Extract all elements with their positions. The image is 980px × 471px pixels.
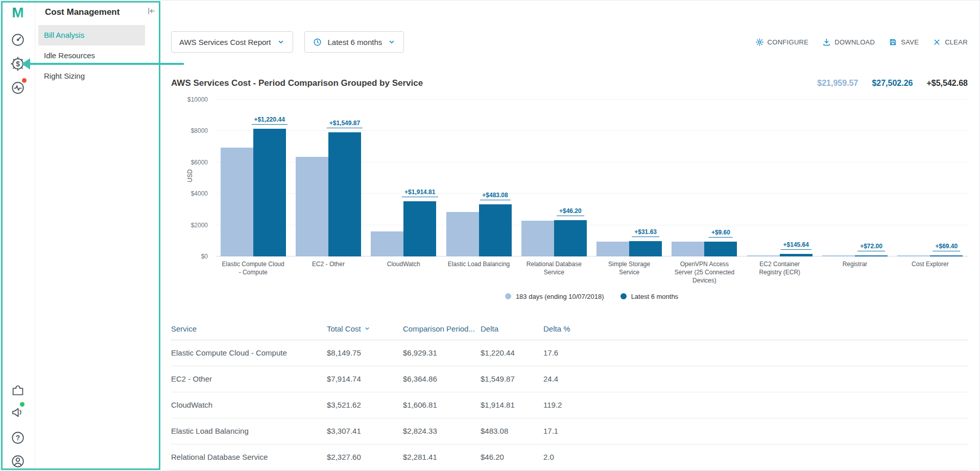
bar-previous-period[interactable] <box>221 148 253 256</box>
floppy-save-icon <box>889 38 897 46</box>
bar-current-period[interactable] <box>479 204 512 256</box>
report-dropdown-value: AWS Services Cost Report <box>179 38 271 46</box>
bar-previous-period[interactable] <box>822 255 855 256</box>
column-header-delta-percent[interactable]: Delta % <box>543 324 968 333</box>
bar-group: +$1,549.87 <box>291 100 366 256</box>
legend-item[interactable]: 183 days (ending 10/07/2018) <box>505 293 604 300</box>
table-cell: $1,606.81 <box>403 401 481 409</box>
table-cell: EC2 - Other <box>171 374 327 383</box>
period-dropdown[interactable]: Latest 6 months <box>304 31 404 53</box>
table-cell: $7,914.74 <box>327 374 403 383</box>
bar-previous-period[interactable] <box>446 212 479 256</box>
previous-period-total: $21,959.57 <box>817 79 858 88</box>
delta-label: +$9.60 <box>709 229 733 238</box>
table-cell: $3,521.62 <box>327 401 403 409</box>
save-label: SAVE <box>901 38 919 46</box>
report-toolbar: AWS Services Cost Report Latest 6 months… <box>171 31 968 53</box>
bar-group: +$145.64 <box>742 100 817 256</box>
help-icon[interactable]: ? <box>9 429 27 446</box>
bar-current-period[interactable] <box>554 220 587 256</box>
bar-current-period[interactable] <box>328 132 361 256</box>
notification-badge-green <box>20 402 25 407</box>
y-tick-label: $0 <box>201 253 208 260</box>
bar-previous-period[interactable] <box>747 255 780 256</box>
table-row[interactable]: Relational Database Service$2,327.60$2,2… <box>171 444 968 470</box>
legend-dot-icon <box>505 293 511 299</box>
gear-icon <box>755 38 764 46</box>
user-account-icon[interactable] <box>9 453 27 470</box>
bar-previous-period[interactable] <box>897 255 930 256</box>
bar-previous-period[interactable] <box>371 231 403 256</box>
sort-desc-chevron-icon <box>364 325 371 332</box>
delta-label: +$46.20 <box>557 207 584 216</box>
bar-current-period[interactable] <box>403 201 436 256</box>
column-header-label: Service <box>171 324 197 333</box>
delta-label: +$72.00 <box>857 243 885 251</box>
app-window: M $ ? <box>0 0 980 471</box>
app-logo[interactable]: M <box>1 5 35 23</box>
configure-button[interactable]: CONFIGURE <box>755 38 809 46</box>
y-tick-label: $4000 <box>191 190 208 197</box>
announcements-megaphone-icon[interactable] <box>9 404 27 421</box>
panel-header: Cost Management <box>35 1 160 25</box>
bar-previous-period[interactable] <box>596 242 629 256</box>
plot-area: +$1,220.44+$1,549.87+$1,914.81+$483.08+$… <box>216 100 968 256</box>
y-axis: $0$2000$4000$6000$8000$10000 <box>171 100 212 256</box>
legend-label: 183 days (ending 10/07/2018) <box>516 293 604 300</box>
table-row[interactable]: Elastic Compute Cloud - Compute$8,149.75… <box>171 340 968 366</box>
bar-group: +$72.00 <box>817 100 892 256</box>
bar-current-period[interactable] <box>629 241 662 256</box>
period-dropdown-value: Latest 6 months <box>328 38 383 46</box>
download-button[interactable]: DOWNLOAD <box>822 38 875 46</box>
bar-group: +$9.60 <box>667 100 742 256</box>
main-content: AWS Services Cost Report Latest 6 months… <box>160 1 979 470</box>
clear-label: CLEAR <box>945 38 968 46</box>
save-button[interactable]: SAVE <box>889 38 919 46</box>
integrations-puzzle-icon[interactable] <box>9 381 27 398</box>
activity-pulse-icon[interactable] <box>9 79 27 97</box>
x-axis-labels: Elastic Compute Cloud - ComputeEC2 - Oth… <box>216 260 968 285</box>
collapse-panel-icon[interactable] <box>147 6 156 18</box>
delta-label: +$1,914.81 <box>402 189 438 197</box>
delta-label: +$483.08 <box>480 192 510 200</box>
table-cell: $1,914.81 <box>481 401 543 409</box>
chevron-down-icon <box>388 38 396 46</box>
table-cell: $3,307.41 <box>327 427 403 435</box>
dashboard-gauge-icon[interactable] <box>9 31 27 49</box>
download-label: DOWNLOAD <box>834 38 875 46</box>
table-row[interactable]: Elastic Load Balancing$3,307.41$2,824.33… <box>171 418 968 444</box>
table-row[interactable]: CloudWatch$3,521.62$1,606.81$1,914.81119… <box>171 392 968 418</box>
nav-item-right-sizing[interactable]: Right Sizing <box>38 66 145 86</box>
configure-label: CONFIGURE <box>768 38 809 46</box>
bar-previous-period[interactable] <box>296 157 328 256</box>
bar-current-period[interactable] <box>855 255 888 256</box>
column-header-delta[interactable]: Delta <box>481 324 543 333</box>
svg-text:?: ? <box>16 434 20 442</box>
bar-current-period[interactable] <box>780 254 812 256</box>
bar-current-period[interactable] <box>253 129 286 256</box>
report-dropdown[interactable]: AWS Services Cost Report <box>171 31 293 53</box>
nav-item-bill-analysis[interactable]: Bill Analysis <box>38 25 145 45</box>
category-label: CloudWatch <box>366 260 441 285</box>
cost-management-panel: Cost Management Bill Analysis Idle Resou… <box>35 1 160 470</box>
table-cell: $1,220.44 <box>481 348 543 357</box>
category-label: Simple Storage Service <box>591 260 666 285</box>
clear-button[interactable]: CLEAR <box>933 38 968 46</box>
category-label: Elastic Compute Cloud - Compute <box>216 260 291 285</box>
column-header-comparison-period[interactable]: Comparison Period... <box>403 324 481 333</box>
table-cell: 119.2 <box>543 401 968 409</box>
table-cell: Elastic Compute Cloud - Compute <box>171 348 327 357</box>
legend-label: Latest 6 months <box>631 293 679 300</box>
bar-previous-period[interactable] <box>521 221 554 256</box>
delta-label: +$1,220.44 <box>251 116 287 125</box>
notification-badge-red <box>22 78 27 83</box>
table-cell: Elastic Load Balancing <box>171 427 327 435</box>
column-header-total-cost[interactable]: Total Cost <box>327 324 403 333</box>
bar-current-period[interactable] <box>704 242 737 256</box>
legend-item[interactable]: Latest 6 months <box>620 293 679 300</box>
table-cell: $46.20 <box>481 453 543 461</box>
bar-previous-period[interactable] <box>672 242 704 256</box>
bar-current-period[interactable] <box>930 255 963 256</box>
table-row[interactable]: EC2 - Other$7,914.74$6,364.86$1,549.8724… <box>171 366 968 392</box>
column-header-service[interactable]: Service <box>171 324 327 333</box>
